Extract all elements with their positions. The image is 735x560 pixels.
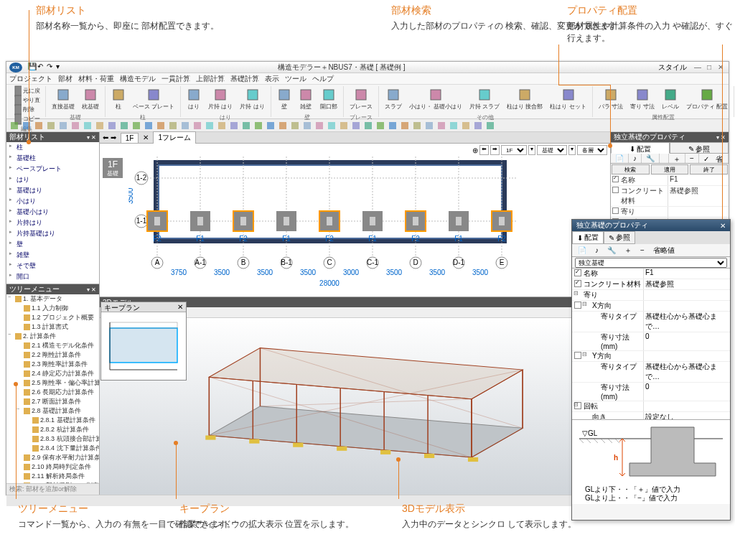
ribbon-kabe-1[interactable]: 雑壁: [296, 86, 316, 112]
toolbar-icon-4[interactable]: [58, 121, 68, 131]
tree-node[interactable]: 2.8.1 基礎計算条件: [6, 416, 99, 425]
view-tab-1f[interactable]: 1F: [121, 133, 139, 143]
tree-node[interactable]: 2.6 長期応力計算条件: [6, 388, 99, 397]
tree-node[interactable]: 2.11 解析終局条件: [6, 472, 99, 481]
toolbar-icon-31[interactable]: [388, 121, 398, 131]
member-item[interactable]: 片持はり: [6, 218, 99, 228]
ribbon-kabe-2[interactable]: 開口部: [317, 86, 340, 112]
dialog-close-icon[interactable]: ✕: [720, 222, 726, 230]
tree-menu[interactable]: −1. 基本データ1.1 入力制御1.2 プロジェクト概要1.3 計算書式−2.…: [6, 294, 99, 483]
ribbon-zokusei-2[interactable]: レベル: [659, 86, 682, 112]
toolbar-icon-14[interactable]: [180, 121, 190, 131]
menu-上部計算[interactable]: 上部計算: [196, 74, 225, 84]
dialog-tab-placement[interactable]: ⬇配置: [572, 231, 604, 244]
menu-ヘルプ[interactable]: ヘルプ: [312, 74, 334, 84]
qat-icon[interactable]: ▾: [56, 62, 63, 70]
dialog-prop-row[interactable]: ⊟X方向: [572, 301, 730, 312]
tree-node[interactable]: 2.8.2 杭計算条件: [6, 425, 99, 434]
toolbar-icon-30[interactable]: [375, 121, 385, 131]
ribbon-slab-0[interactable]: スラブ: [382, 86, 405, 112]
toolbar-icon-9[interactable]: [119, 121, 129, 131]
toolbar-icon-18[interactable]: [229, 121, 239, 131]
tree-node[interactable]: −2. 計算条件: [6, 332, 99, 341]
toolbar-icon-3[interactable]: [46, 121, 56, 131]
ribbon-zokusei-3[interactable]: プロパティ 配置: [683, 86, 731, 112]
member-item[interactable]: 基礎柱: [6, 153, 99, 164]
tree-node[interactable]: 2.10 終局時判定条件: [6, 462, 99, 472]
member-item[interactable]: はり: [6, 174, 99, 185]
search-input[interactable]: 検索: 部材を追加or解除: [6, 483, 99, 495]
toolbar-icon-26[interactable]: [327, 121, 337, 131]
toolbar-icon-10[interactable]: [131, 121, 141, 131]
dialog-property-grid[interactable]: 名称F1コンクリート材料基礎参照⊟寄り⊟X方向寄りタイプ基礎柱心から基礎心まで……: [572, 269, 730, 419]
prop-row[interactable]: 寄り: [611, 207, 729, 218]
tree-node[interactable]: 1.3 計算書式: [6, 322, 99, 332]
toolbar-icon-34[interactable]: [424, 121, 434, 131]
toolbar-icon-19[interactable]: [241, 121, 251, 131]
toolbar-icon-8[interactable]: [107, 121, 117, 131]
toolbar-icon-20[interactable]: [253, 121, 263, 131]
member-item[interactable]: ベースプレート: [6, 164, 99, 174]
dialog-type-select[interactable]: 独立基礎: [575, 258, 727, 268]
toolbar-icon-25[interactable]: [314, 121, 324, 131]
toolbar-icon-2[interactable]: [34, 121, 44, 131]
toolbar-icon-17[interactable]: [217, 121, 227, 131]
tree-node[interactable]: −2.8 基礎計算条件: [6, 406, 99, 416]
prop-row[interactable]: 名称F1: [611, 175, 729, 186]
tree-node[interactable]: 2.1 構造モデル化条件: [6, 341, 99, 350]
dialog-tab-reference[interactable]: ✎参照: [604, 231, 635, 244]
style-label[interactable]: スタイル: [658, 62, 687, 73]
toolbar-icon-22[interactable]: [278, 121, 288, 131]
toolbar-icon-11[interactable]: [144, 121, 154, 131]
member-item[interactable]: そで壁: [6, 261, 99, 271]
apply-button[interactable]: 適用: [651, 164, 689, 174]
tree-node[interactable]: 2.8.3 杭頭接合部計算条件: [6, 434, 99, 444]
ribbon-slab-2[interactable]: 片持 スラブ: [467, 86, 502, 112]
menu-構造モデル[interactable]: 構造モデル: [120, 74, 156, 84]
toolbar-icon-37[interactable]: [461, 121, 471, 131]
toolbar-icon-5[interactable]: [70, 121, 80, 131]
toolbar-icon-28[interactable]: [351, 121, 361, 131]
toolbar-icon-21[interactable]: [266, 121, 276, 131]
tree-node[interactable]: 2.5 剛性率・偏心率計算条件: [6, 378, 99, 388]
toolbar-icon-13[interactable]: [168, 121, 178, 131]
tree-node[interactable]: 2.7 断面計算条件: [6, 397, 99, 406]
ribbon-kiso-0[interactable]: 直接基礎: [49, 86, 78, 112]
toolbar-icon-24[interactable]: [302, 121, 312, 131]
ribbon-kiso-1[interactable]: 杭基礎: [79, 86, 102, 112]
qat-undo-icon[interactable]: ↶: [37, 62, 45, 70]
toolbar-icon-38[interactable]: [473, 121, 483, 131]
property-dialog[interactable]: 独立基礎のプロパティ✕ ⬇配置 ✎参照 📄♪🔧＋−省略値 独立基礎 名称F1コン…: [571, 219, 731, 521]
tree-node[interactable]: −1. 基本データ: [6, 294, 99, 304]
minimize-button[interactable]: —: [693, 63, 703, 72]
dialog-titlebar[interactable]: 独立基礎のプロパティ✕: [572, 220, 730, 231]
menu-ツール[interactable]: ツール: [285, 74, 306, 84]
toolbar-icon-27[interactable]: [339, 121, 349, 131]
toolbar-icon-39[interactable]: [485, 121, 495, 131]
ribbon-slab-4[interactable]: 柱はり セット: [547, 86, 589, 112]
tree-node[interactable]: 1.2 プロジェクト概要: [6, 313, 99, 322]
toolbar-icon-16[interactable]: [205, 121, 215, 131]
search-button[interactable]: 検索: [612, 164, 650, 174]
tree-node[interactable]: 2.8.4 沈下量計算条件: [6, 444, 99, 453]
member-item[interactable]: 片持基礎はり: [6, 228, 99, 239]
menu-基礎計算[interactable]: 基礎計算: [230, 74, 259, 84]
tree-node[interactable]: 2.3 剛性率計算条件: [6, 360, 99, 369]
tree-node[interactable]: 2.4 静定応力計算条件: [6, 369, 99, 378]
tree-node[interactable]: 2.12 部材種別・Ds判定条件: [6, 481, 99, 483]
menu-プロジェクト[interactable]: プロジェクト: [9, 74, 52, 84]
ribbon-brace-0[interactable]: ブレース: [347, 86, 375, 112]
dialog-prop-row[interactable]: 寄りタイプ基礎柱心から基礎心まで…: [572, 312, 730, 332]
toolbar-icon-12[interactable]: [156, 121, 166, 131]
ribbon-slab-3[interactable]: 柱はり 接合部: [504, 86, 546, 112]
member-list[interactable]: 柱基礎柱ベースプレートはり基礎はり小はり基礎小はり片持はり片持基礎はり壁雑壁そで…: [6, 142, 99, 284]
toolbar-icon-29[interactable]: [363, 121, 373, 131]
tree-node[interactable]: 1.1 入力制御: [6, 304, 99, 313]
menu-材料・荷重[interactable]: 材料・荷重: [78, 74, 114, 84]
toolbar-icon-35[interactable]: [436, 121, 446, 131]
toolbar-icon-6[interactable]: [83, 121, 93, 131]
menu-表示[interactable]: 表示: [265, 74, 279, 84]
toolbar-icon-7[interactable]: [95, 121, 105, 131]
ribbon-hari-2[interactable]: 片持 はり: [237, 86, 267, 112]
dialog-prop-row[interactable]: 向き設定なし: [572, 412, 730, 419]
